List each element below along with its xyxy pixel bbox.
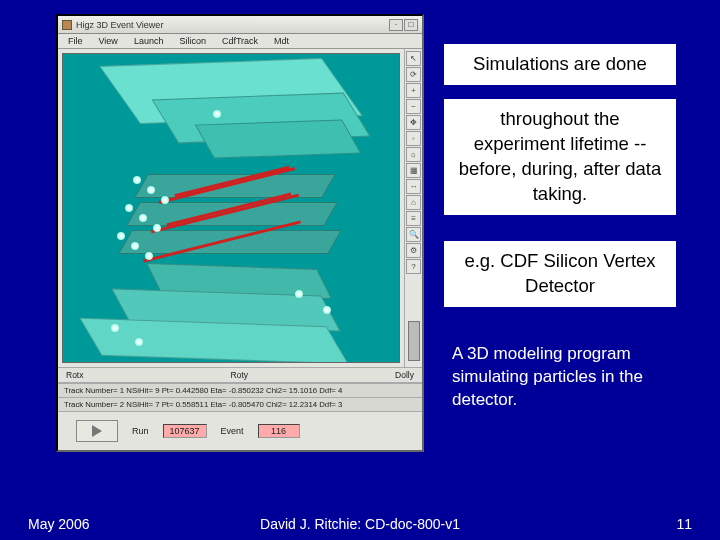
text-box-1: Simulations are done	[444, 44, 676, 85]
zoom-out-icon[interactable]: −	[406, 99, 421, 114]
pref-icon[interactable]: ≡	[406, 211, 421, 226]
event-field[interactable]: 116	[258, 424, 300, 438]
mag-icon[interactable]: 🔍	[406, 227, 421, 242]
measure-icon[interactable]: ↔	[406, 179, 421, 194]
event-label: Event	[221, 426, 244, 436]
viewer-area: ↖ ⟳ + − ✥ ◦ ☼ ▦ ↔ ⌂ ≡ 🔍 ⚙ ?	[58, 49, 422, 367]
play-button[interactable]	[76, 420, 118, 442]
pan-icon[interactable]: ✥	[406, 115, 421, 130]
rotate-icon[interactable]: ⟳	[406, 67, 421, 82]
controls-bar: Run 107637 Event 116	[58, 411, 422, 450]
zoom-in-icon[interactable]: +	[406, 83, 421, 98]
arrow-icon[interactable]: ↖	[406, 51, 421, 66]
menu-mdt[interactable]: Mdt	[266, 35, 297, 47]
titlebar: Higz 3D Event Viewer · □	[58, 16, 422, 34]
light-icon[interactable]: ☼	[406, 147, 421, 162]
status-dolly: Dolly	[395, 370, 414, 380]
run-label: Run	[132, 426, 149, 436]
menu-view[interactable]: View	[91, 35, 126, 47]
menu-file[interactable]: File	[60, 35, 91, 47]
caption-text: A 3D modeling program simulating particl…	[444, 343, 676, 412]
maximize-button[interactable]: □	[404, 19, 418, 31]
status-rotx: Rotx	[66, 370, 83, 380]
scrollbar-thumb[interactable]	[408, 321, 420, 361]
menu-bar: File View Launch Silicon CdfTrack Mdt	[58, 34, 422, 49]
slide-footer: May 2006 David J. Ritchie: CD-doc-800-v1…	[0, 516, 720, 532]
text-box-3: e.g. CDF Silicon Vertex Detector	[444, 241, 676, 307]
footer-author: David J. Ritchie: CD-doc-800-v1	[0, 516, 720, 532]
track-info-2: Track Number= 2 NSiHit= 7 Pt= 0.558511 E…	[58, 397, 422, 411]
run-field[interactable]: 107637	[163, 424, 207, 438]
track-info-1: Track Number= 1 NSiHit= 9 Pt= 0.442580 E…	[58, 383, 422, 397]
status-strip: Rotx Roty Dolly	[58, 367, 422, 383]
menu-cdftrack[interactable]: CdfTrack	[214, 35, 266, 47]
play-icon	[92, 425, 102, 437]
reset-icon[interactable]: ⌂	[406, 195, 421, 210]
pick-icon[interactable]: ◦	[406, 131, 421, 146]
text-box-2: throughout the experiment lifetime -- be…	[444, 99, 676, 215]
status-roty: Roty	[231, 370, 248, 380]
help-icon[interactable]: ?	[406, 259, 421, 274]
window-title: Higz 3D Event Viewer	[76, 20, 385, 30]
event-viewer-window: Higz 3D Event Viewer · □ File View Launc…	[56, 14, 424, 452]
cfg-icon[interactable]: ⚙	[406, 243, 421, 258]
menu-launch[interactable]: Launch	[126, 35, 172, 47]
minimize-button[interactable]: ·	[389, 19, 403, 31]
viewport-3d[interactable]	[62, 53, 400, 363]
app-icon	[62, 20, 72, 30]
footer-page: 11	[676, 516, 692, 532]
tool-palette: ↖ ⟳ + − ✥ ◦ ☼ ▦ ↔ ⌂ ≡ 🔍 ⚙ ?	[404, 49, 422, 367]
shade-icon[interactable]: ▦	[406, 163, 421, 178]
menu-silicon[interactable]: Silicon	[171, 35, 214, 47]
text-column: Simulations are done throughout the expe…	[444, 14, 676, 412]
